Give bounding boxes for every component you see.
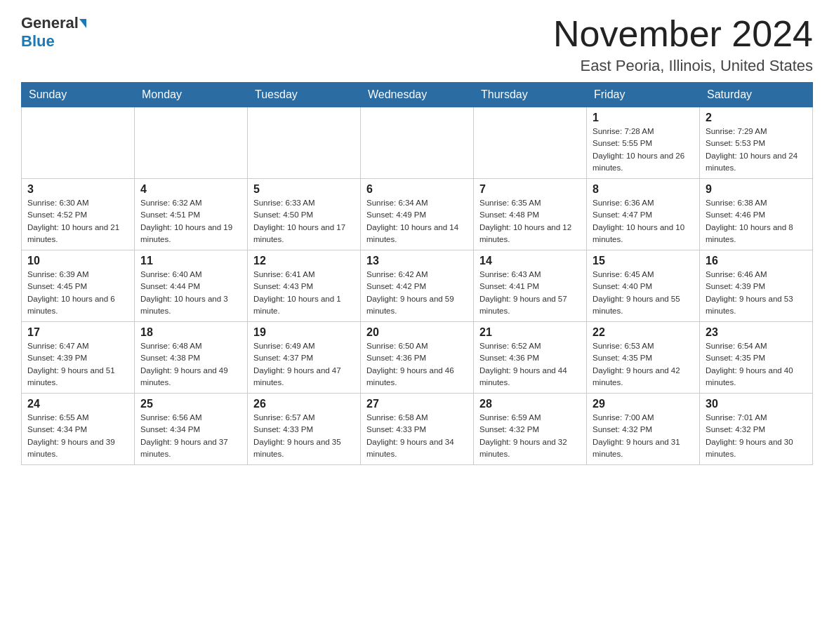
page-header: General Blue November 2024 East Peoria, … — [21, 14, 813, 75]
calendar-cell: 27Sunrise: 6:58 AMSunset: 4:33 PMDayligh… — [361, 394, 474, 465]
day-number: 25 — [140, 398, 241, 410]
day-info: Sunrise: 7:01 AMSunset: 4:32 PMDaylight:… — [706, 412, 807, 460]
day-number: 17 — [27, 326, 128, 339]
day-info: Sunrise: 7:29 AMSunset: 5:53 PMDaylight:… — [706, 126, 807, 174]
day-info: Sunrise: 6:30 AMSunset: 4:52 PMDaylight:… — [27, 197, 128, 246]
day-info: Sunrise: 6:34 AMSunset: 4:49 PMDaylight:… — [366, 197, 468, 246]
day-info: Sunrise: 6:55 AMSunset: 4:34 PMDaylight:… — [27, 412, 128, 460]
calendar-cell: 13Sunrise: 6:42 AMSunset: 4:42 PMDayligh… — [361, 250, 474, 322]
location-title: East Peoria, Illinois, United States — [553, 57, 813, 75]
day-number: 5 — [253, 183, 355, 196]
calendar-cell: 20Sunrise: 6:50 AMSunset: 4:36 PMDayligh… — [361, 322, 474, 394]
calendar-cell — [474, 107, 587, 179]
calendar-cell: 1Sunrise: 7:28 AMSunset: 5:55 PMDaylight… — [587, 107, 700, 179]
calendar-cell: 5Sunrise: 6:33 AMSunset: 4:50 PMDaylight… — [248, 179, 361, 250]
day-info: Sunrise: 6:43 AMSunset: 4:41 PMDaylight:… — [479, 269, 581, 317]
day-info: Sunrise: 6:35 AMSunset: 4:48 PMDaylight:… — [479, 197, 581, 246]
day-number: 12 — [253, 255, 355, 267]
logo: General Blue — [21, 14, 86, 51]
col-monday: Monday — [135, 83, 248, 107]
col-friday: Friday — [587, 83, 700, 107]
day-info: Sunrise: 6:57 AMSunset: 4:33 PMDaylight:… — [253, 412, 355, 460]
calendar-table: Sunday Monday Tuesday Wednesday Thursday… — [21, 82, 813, 465]
calendar-cell: 28Sunrise: 6:59 AMSunset: 4:32 PMDayligh… — [474, 394, 587, 465]
calendar-cell: 24Sunrise: 6:55 AMSunset: 4:34 PMDayligh… — [22, 394, 135, 465]
day-number: 8 — [593, 183, 694, 196]
calendar-cell: 11Sunrise: 6:40 AMSunset: 4:44 PMDayligh… — [135, 250, 248, 322]
calendar-week-row-5: 24Sunrise: 6:55 AMSunset: 4:34 PMDayligh… — [22, 394, 813, 465]
day-number: 20 — [366, 326, 468, 339]
day-number: 28 — [479, 398, 581, 410]
calendar-week-row-3: 10Sunrise: 6:39 AMSunset: 4:45 PMDayligh… — [22, 250, 813, 322]
month-title: November 2024 — [553, 14, 813, 54]
day-info: Sunrise: 6:49 AMSunset: 4:37 PMDaylight:… — [253, 340, 355, 389]
day-number: 13 — [366, 255, 468, 267]
calendar-cell: 21Sunrise: 6:52 AMSunset: 4:36 PMDayligh… — [474, 322, 587, 394]
day-number: 9 — [706, 183, 807, 196]
day-number: 21 — [479, 326, 581, 339]
calendar-cell: 22Sunrise: 6:53 AMSunset: 4:35 PMDayligh… — [587, 322, 700, 394]
day-number: 23 — [706, 326, 807, 339]
day-info: Sunrise: 6:32 AMSunset: 4:51 PMDaylight:… — [140, 197, 241, 246]
calendar-cell: 29Sunrise: 7:00 AMSunset: 4:32 PMDayligh… — [587, 394, 700, 465]
day-info: Sunrise: 7:00 AMSunset: 4:32 PMDaylight:… — [593, 412, 694, 460]
day-info: Sunrise: 6:40 AMSunset: 4:44 PMDaylight:… — [140, 269, 241, 317]
col-sunday: Sunday — [22, 83, 135, 107]
day-info: Sunrise: 6:33 AMSunset: 4:50 PMDaylight:… — [253, 197, 355, 246]
calendar-cell: 23Sunrise: 6:54 AMSunset: 4:35 PMDayligh… — [700, 322, 813, 394]
calendar-cell: 18Sunrise: 6:48 AMSunset: 4:38 PMDayligh… — [135, 322, 248, 394]
calendar-cell: 2Sunrise: 7:29 AMSunset: 5:53 PMDaylight… — [700, 107, 813, 179]
calendar-cell: 19Sunrise: 6:49 AMSunset: 4:37 PMDayligh… — [248, 322, 361, 394]
logo-text: General — [21, 14, 86, 32]
calendar-cell: 17Sunrise: 6:47 AMSunset: 4:39 PMDayligh… — [22, 322, 135, 394]
day-info: Sunrise: 6:45 AMSunset: 4:40 PMDaylight:… — [593, 269, 694, 317]
calendar-cell: 14Sunrise: 6:43 AMSunset: 4:41 PMDayligh… — [474, 250, 587, 322]
day-number: 11 — [140, 255, 241, 267]
day-number: 24 — [27, 398, 128, 410]
day-info: Sunrise: 7:28 AMSunset: 5:55 PMDaylight:… — [593, 126, 694, 174]
calendar-week-row-4: 17Sunrise: 6:47 AMSunset: 4:39 PMDayligh… — [22, 322, 813, 394]
day-number: 1 — [593, 112, 694, 124]
day-info: Sunrise: 6:50 AMSunset: 4:36 PMDaylight:… — [366, 340, 468, 389]
day-info: Sunrise: 6:47 AMSunset: 4:39 PMDaylight:… — [27, 340, 128, 389]
day-info: Sunrise: 6:36 AMSunset: 4:47 PMDaylight:… — [593, 197, 694, 246]
day-number: 29 — [593, 398, 694, 410]
day-number: 6 — [366, 183, 468, 196]
calendar-cell: 9Sunrise: 6:38 AMSunset: 4:46 PMDaylight… — [700, 179, 813, 250]
calendar-cell: 25Sunrise: 6:56 AMSunset: 4:34 PMDayligh… — [135, 394, 248, 465]
calendar-cell: 7Sunrise: 6:35 AMSunset: 4:48 PMDaylight… — [474, 179, 587, 250]
day-number: 15 — [593, 255, 694, 267]
day-number: 27 — [366, 398, 468, 410]
day-number: 7 — [479, 183, 581, 196]
logo-blue-text: Blue — [21, 32, 55, 50]
calendar-cell: 8Sunrise: 6:36 AMSunset: 4:47 PMDaylight… — [587, 179, 700, 250]
day-number: 4 — [140, 183, 241, 196]
day-info: Sunrise: 6:39 AMSunset: 4:45 PMDaylight:… — [27, 269, 128, 317]
calendar-cell: 3Sunrise: 6:30 AMSunset: 4:52 PMDaylight… — [22, 179, 135, 250]
calendar-week-row-1: 1Sunrise: 7:28 AMSunset: 5:55 PMDaylight… — [22, 107, 813, 179]
title-area: November 2024 East Peoria, Illinois, Uni… — [553, 14, 813, 75]
col-saturday: Saturday — [700, 83, 813, 107]
day-info: Sunrise: 6:52 AMSunset: 4:36 PMDaylight:… — [479, 340, 581, 389]
col-tuesday: Tuesday — [248, 83, 361, 107]
calendar-week-row-2: 3Sunrise: 6:30 AMSunset: 4:52 PMDaylight… — [22, 179, 813, 250]
calendar-cell — [135, 107, 248, 179]
calendar-cell — [361, 107, 474, 179]
day-info: Sunrise: 6:46 AMSunset: 4:39 PMDaylight:… — [706, 269, 807, 317]
day-number: 10 — [27, 255, 128, 267]
logo-triangle-icon — [79, 19, 86, 28]
day-info: Sunrise: 6:38 AMSunset: 4:46 PMDaylight:… — [706, 197, 807, 246]
day-info: Sunrise: 6:48 AMSunset: 4:38 PMDaylight:… — [140, 340, 241, 389]
calendar-cell: 10Sunrise: 6:39 AMSunset: 4:45 PMDayligh… — [22, 250, 135, 322]
calendar-cell — [248, 107, 361, 179]
day-number: 3 — [27, 183, 128, 196]
day-number: 30 — [706, 398, 807, 410]
day-number: 18 — [140, 326, 241, 339]
calendar-cell — [22, 107, 135, 179]
day-info: Sunrise: 6:58 AMSunset: 4:33 PMDaylight:… — [366, 412, 468, 460]
calendar-cell: 15Sunrise: 6:45 AMSunset: 4:40 PMDayligh… — [587, 250, 700, 322]
day-number: 2 — [706, 112, 807, 124]
calendar-header-row: Sunday Monday Tuesday Wednesday Thursday… — [22, 83, 813, 107]
col-thursday: Thursday — [474, 83, 587, 107]
calendar-cell: 6Sunrise: 6:34 AMSunset: 4:49 PMDaylight… — [361, 179, 474, 250]
